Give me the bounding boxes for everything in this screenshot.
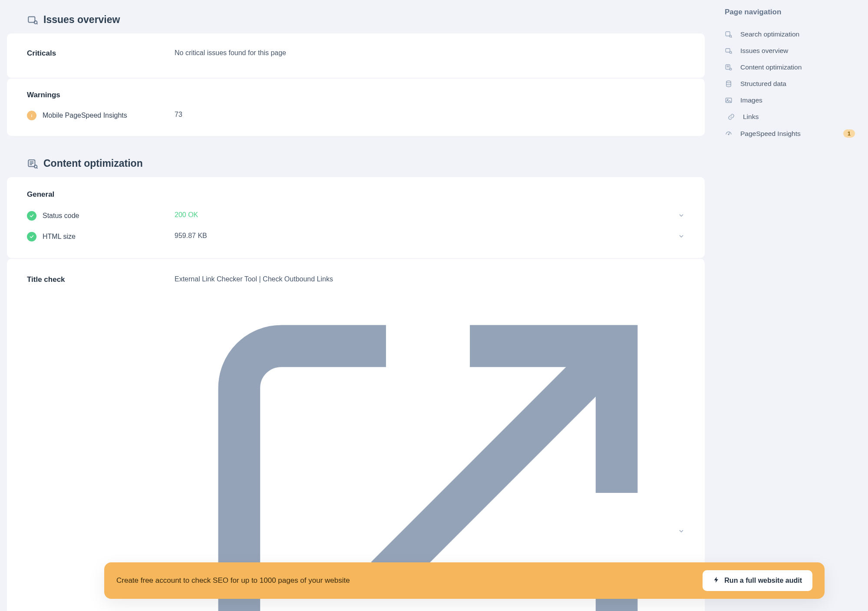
nav-label: Search optimization [740,30,799,38]
search-icon [725,30,733,38]
nav-label: PageSpeed Insights [740,130,801,138]
svg-point-3 [31,114,32,115]
issues-title: Issues overview [43,14,120,26]
nav-content-optimization[interactable]: Content optimization [725,59,855,76]
svg-rect-14 [726,49,730,52]
cta-bar: Create free account to check SEO for up … [104,562,825,599]
title-check-heading: Title check [27,275,65,288]
warning-icon [27,111,36,120]
svg-rect-11 [726,32,730,36]
run-audit-button[interactable]: Run a full website audit [703,570,812,591]
criticals-heading: Criticals [27,49,56,62]
title-check-card: Title check External Link Checker Tool |… [7,259,705,611]
content-title: Content optimization [43,158,143,169]
warnings-heading: Warnings [27,91,685,107]
page-navigation-sidebar: Page navigation Search optimization Issu… [712,0,868,611]
nav-title: Page navigation [725,8,855,17]
svg-line-13 [731,37,732,38]
warning-row-mobile-pagespeed[interactable]: Mobile PageSpeed Insights 73 [27,107,685,124]
issues-title-row: Issues overview [0,8,712,33]
issues-overview-section: Issues overview Criticals No critical is… [0,8,712,136]
content-optimization-section: Content optimization General Status code… [0,152,712,611]
issues-icon [725,47,733,55]
nav-label: Structured data [740,80,786,88]
warning-label: Mobile PageSpeed Insights [43,112,127,119]
status-code-row[interactable]: Status code 200 OK [27,208,685,224]
nav-structured-data[interactable]: Structured data [725,76,855,92]
images-icon [725,96,733,104]
nav-label: Links [743,113,759,121]
criticals-card: Criticals No critical issues found for t… [7,33,705,78]
warnings-card: Warnings Mobile PageSpeed Insights 73 [7,79,705,136]
nav-pagespeed-insights[interactable]: PageSpeed Insights 1 [725,125,855,142]
check-icon [27,232,36,241]
content-title-row: Content optimization [0,152,712,177]
issues-icon [27,14,38,26]
nav-badge: 1 [843,129,855,138]
criticals-message: No critical issues found for this page [175,49,685,57]
svg-point-9 [34,165,37,168]
status-code-value: 200 OK [175,211,198,218]
cta-button-label: Run a full website audit [724,577,802,585]
title-check-text: External Link Checker Tool | Check Outbo… [175,275,678,611]
content-icon [27,158,38,169]
content-icon [725,63,733,71]
html-size-row[interactable]: HTML size 959.87 KB [27,224,685,245]
general-heading: General [27,190,685,208]
nav-links[interactable]: Links [725,109,855,125]
nav-label: Content optimization [740,63,802,71]
general-card: General Status code 200 OK [7,177,705,258]
html-size-label: HTML size [43,233,76,241]
html-size-value: 959.87 KB [175,232,678,240]
check-icon [27,211,36,221]
nav-issues-overview[interactable]: Issues overview [725,43,855,59]
nav-images[interactable]: Images [725,92,855,109]
chevron-down-icon [678,528,685,536]
warning-value: 73 [175,111,685,119]
status-code-label: Status code [43,212,79,220]
nav-label: Issues overview [740,47,788,55]
structured-data-icon [725,80,733,88]
chevron-down-icon [678,233,685,241]
svg-line-16 [731,53,732,53]
links-icon [727,113,735,121]
nav-search-optimization[interactable]: Search optimization [725,26,855,43]
svg-point-15 [729,51,732,53]
chevron-down-icon [678,212,685,220]
cta-text: Create free account to check SEO for up … [116,576,350,585]
bolt-icon [713,576,720,585]
svg-point-25 [728,134,729,135]
title-check-row[interactable]: Title check External Link Checker Tool |… [27,272,685,611]
svg-line-2 [37,23,38,24]
pagespeed-icon [725,130,733,138]
nav-label: Images [740,96,762,104]
svg-rect-4 [31,116,32,117]
svg-line-10 [37,168,38,168]
svg-point-21 [726,81,731,83]
